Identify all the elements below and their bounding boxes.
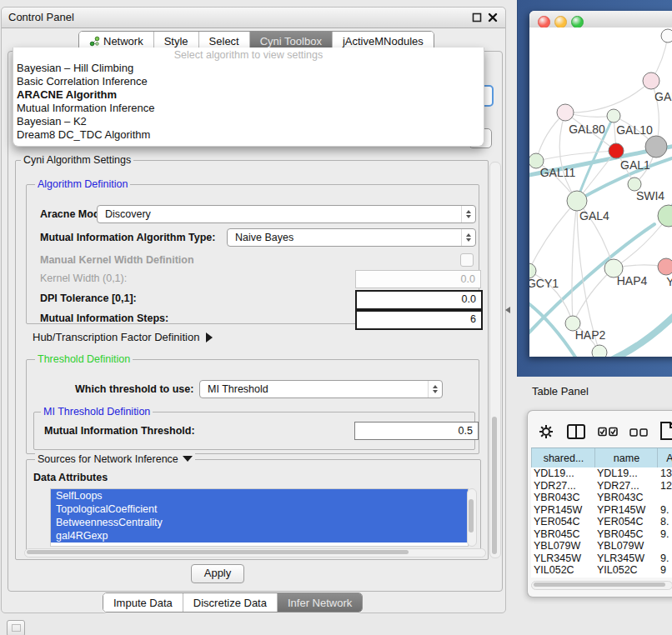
algorithm-option-bayesian-hill-climbing[interactable]: Bayesian – Hill Climbing [13,62,484,75]
network-edge[interactable] [529,201,577,271]
network-node-0[interactable] [661,29,672,42]
algorithm-option-bayesian-k2[interactable]: Bayesian – K2 [13,115,484,128]
aracne-mode-combo[interactable]: Discovery [97,205,476,223]
network-edge[interactable] [573,268,614,323]
table-row[interactable]: YER054CYER054C8. [531,516,672,528]
settings-horizontal-scrollbar[interactable] [24,548,486,558]
attribute-item-gal4rgexp[interactable]: gal4RGexp [51,529,468,542]
node-label: GAL10 [616,123,653,137]
mi-type-combo[interactable]: Naive Bayes [227,228,476,247]
tab-label: Infer Network [288,597,352,609]
attribute-item-betweennesscentrality[interactable]: BetweennessCentrality [51,516,468,529]
columns-icon[interactable] [566,423,586,440]
mi-type-label: Mutual Information Algorithm Type: [40,232,215,243]
table-window: shared...nameA YDL19...YDL19...13YDR27..… [527,410,672,598]
tab-label: Discretize Data [193,597,267,609]
mi-threshold-field[interactable]: 0.5 [354,422,479,440]
table-cell: YDL19... [534,468,593,480]
network-canvas[interactable]: GALGAL80GAL10GAL1GAL11SWI4GAL4GCY1HAP4YH… [529,28,672,357]
network-node-gal[interactable] [643,72,659,89]
table-panel-strip: Table Panel [517,377,672,410]
tab-infer-network[interactable]: Infer Network [277,593,362,612]
table-cell: 8. [660,516,672,528]
apply-button[interactable]: Apply [191,564,244,583]
gear-icon[interactable] [538,423,554,440]
float-panel-icon[interactable] [472,12,482,22]
network-edge[interactable] [565,81,651,112]
mi-steps-field[interactable]: 6 [355,310,483,330]
control-panel-titlebar: Control Panel [2,8,505,28]
manual-kernel-checkbox[interactable] [460,253,474,267]
column-header-shared[interactable]: shared... [531,448,595,468]
table-row[interactable]: YLR345WYLR345W9. [531,552,672,565]
table-cell: YIL052C [534,564,593,577]
table-cell: YLR345W [597,552,656,565]
table-row[interactable]: YBL079WYBL079W [531,540,672,552]
which-threshold-combo[interactable]: MI Threshold [199,380,443,398]
sources-title[interactable]: Sources for Network Inference [35,453,195,465]
cyni-mode-tabbar: Impute DataDiscretize DataInfer Network [103,592,363,612]
hide-panel-button[interactable] [7,620,25,635]
dpi-tolerance-label: DPI Tolerance [0,1]: [40,292,137,304]
algorithm-option-mutual-information-inference[interactable]: Mutual Information Inference [13,102,484,115]
network-node-y[interactable] [658,258,672,275]
splitpane-collapse-handle[interactable] [505,307,510,313]
network-node-gal80[interactable] [557,104,574,121]
algorithm-placeholder: Select algorithm to view settings [13,49,484,62]
attributes-scrollbar[interactable] [467,488,477,547]
table-row[interactable]: YIL052CYIL052C9 [531,564,672,577]
table-horizontal-scrollbar[interactable] [531,581,672,590]
expand-right-icon [206,332,213,342]
attribute-item-selfloops[interactable]: SelfLoops [51,489,468,502]
dpi-tolerance-field[interactable]: 0.0 [355,290,483,310]
window-minimize-button[interactable] [554,16,567,28]
attribute-item-topologicalcoefficient[interactable]: TopologicalCoefficient [51,502,468,516]
table-cell: 9. [660,552,672,565]
table-header: shared...nameA [531,448,672,469]
tab-impute-data[interactable]: Impute Data [103,593,183,612]
network-node-9[interactable] [658,205,672,227]
group-title: Cyni Algorithm Settings [21,154,133,166]
table-row[interactable]: YDR27...YDR27...12 [531,480,672,492]
node-label: SWI4 [636,189,664,202]
tab-label: jActiveMNodules [343,35,424,48]
network-node-5[interactable] [645,136,667,158]
checked-boxes-icon[interactable] [598,427,619,437]
unchecked-boxes-icon[interactable] [629,428,649,437]
table-cell: YER054C [597,516,656,528]
algorithm-option-basic-correlation-inference[interactable]: Basic Correlation Inference [13,75,484,88]
window-close-button[interactable] [538,16,550,28]
table-cell: 9 [660,564,672,577]
network-node-gal1[interactable] [609,143,624,158]
hub-definition-expander[interactable]: Hub/Transcription Factor Definition [33,331,213,343]
algorithm-definition-title: Algorithm Definition [35,178,130,190]
table-row[interactable]: YPR145WYPR145W9. [531,504,672,517]
window-zoom-button[interactable] [571,16,584,28]
table-row[interactable]: YBR045CYBR045C9. [531,528,672,541]
close-panel-icon[interactable] [488,12,498,22]
table-cell: YBR043C [534,492,593,504]
mi-steps-label: Mutual Information Steps: [40,312,168,324]
network-node-gal4[interactable] [567,191,587,211]
network-edge[interactable] [609,306,672,357]
table-body: YDL19...YDL19...13YDR27...YDR27...12YBR0… [531,468,672,578]
kernel-width-field[interactable]: 0.0 [355,270,481,288]
tab-discretize-data[interactable]: Discretize Data [183,593,277,612]
settings-vertical-scrollbar[interactable] [489,162,501,558]
column-header-a[interactable]: A [657,448,672,468]
page-icon[interactable] [659,421,672,441]
table-cell: 13 [660,468,672,480]
network-desktop: GALGAL80GAL10GAL1GAL11SWI4GAL4GCY1HAP4YH… [517,0,672,377]
algorithm-option-aracne-algorithm[interactable]: ARACNE Algorithm [13,88,484,102]
network-window[interactable]: GALGAL80GAL10GAL1GAL11SWI4GAL4GCY1HAP4YH… [529,11,672,357]
network-node-14[interactable] [592,345,607,357]
table-row[interactable]: YBR043CYBR043C [531,492,672,504]
network-edge[interactable] [572,201,577,323]
algorithm-option-dream8-dc-tdc-algorithm[interactable]: Dream8 DC_TDC Algorithm [13,128,484,142]
kernel-width-label: Kernel Width (0,1): [40,272,127,284]
table-cell: YBR045C [534,528,593,541]
network-node-gal10[interactable] [607,109,620,122]
table-row[interactable]: YDL19...YDL19...13 [531,468,672,480]
column-header-name[interactable]: name [594,448,658,468]
network-window-titlebar[interactable] [529,11,672,28]
